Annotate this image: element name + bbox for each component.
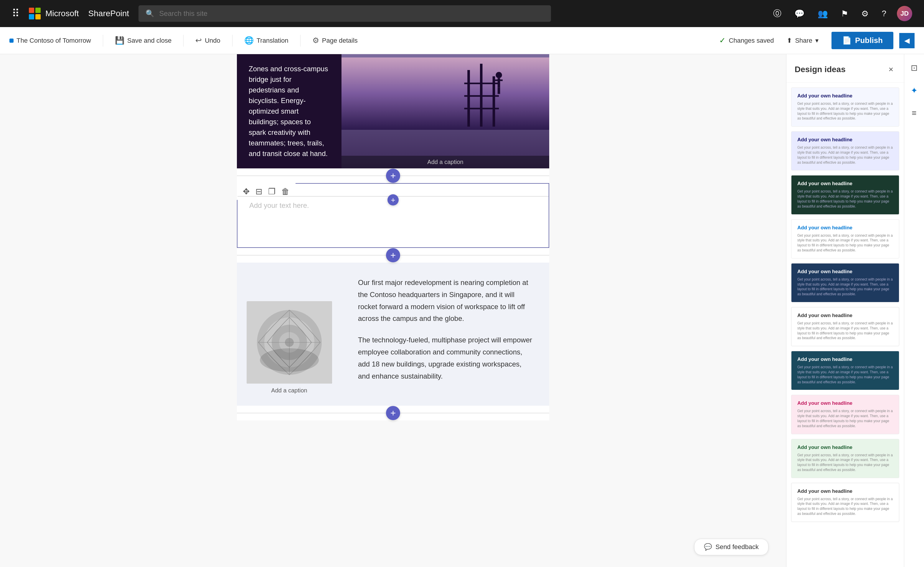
toolbar-divider-4 [300, 35, 301, 46]
avatar[interactable]: JD [897, 6, 912, 21]
collapse-button[interactable]: ◀ [899, 33, 915, 48]
top-navigation: ⠿ Microsoft SharePoint 🔍 ⓪ 💬 👥 ⚑ ⚙ ? JD [0, 0, 924, 27]
svg-point-22 [260, 348, 319, 372]
add-section-button-2[interactable]: + [386, 248, 400, 262]
svg-rect-4 [464, 83, 499, 84]
page-details-label: Page details [322, 37, 358, 45]
toolbar-right: ✓ Changes saved ⬆ Share ▾ 📄 Publish ◀ [719, 32, 915, 49]
svg-point-7 [495, 72, 502, 78]
design-idea-card-3[interactable]: Add your own headline Get your point acr… [791, 175, 899, 214]
hero-background-svg [342, 54, 549, 151]
idea-text-9: Get your point across, tell a story, or … [797, 453, 893, 472]
idea-headline-4: Add your own headline [797, 225, 893, 231]
design-panel-title: Design ideas [795, 65, 846, 74]
translation-label: Translation [257, 37, 289, 45]
bottom-image-area: Add a caption [237, 262, 342, 406]
design-idea-card-9[interactable]: Add your own headline Get your point acr… [791, 439, 899, 478]
idea-headline-6: Add your own headline [797, 313, 893, 318]
share-chevron-icon: ▾ [815, 37, 819, 45]
text-editor-section[interactable]: ✥ ⊟ ❐ 🗑 + Add your text here. [237, 183, 549, 248]
search-icon: 🔍 [146, 9, 154, 18]
search-input[interactable] [159, 9, 544, 18]
publish-button[interactable]: 📄 Publish [831, 32, 893, 49]
checkmark-icon: ✓ [719, 36, 726, 45]
design-idea-card-2[interactable]: Add your own headline Get your point acr… [791, 131, 899, 171]
design-panel-close-button[interactable]: × [886, 62, 896, 76]
idea-headline-5: Add your own headline [797, 269, 893, 274]
design-ideas-panel: Design ideas × Add your own headline Get… [786, 54, 904, 567]
right-side-icons: ⊡ ✦ ≡ [904, 54, 924, 567]
logo-sq-yellow [35, 14, 41, 20]
design-idea-card-5[interactable]: Add your own headline Get your point acr… [791, 263, 899, 302]
undo-button[interactable]: ↩ Undo [190, 32, 226, 49]
bottom-para-2: The technology-fueled, multiphase projec… [358, 334, 533, 382]
toolbar-divider-2 [183, 35, 184, 46]
feedback-icon: 💬 [704, 543, 712, 551]
design-idea-card-8[interactable]: Add your own headline Get your point acr… [791, 395, 899, 434]
question-icon[interactable]: ? [879, 6, 889, 21]
right-icon-1[interactable]: ⊡ [908, 60, 921, 76]
idea-text-8: Get your point across, tell a story, or … [797, 409, 893, 428]
undo-icon: ↩ [196, 36, 202, 45]
translation-button[interactable]: 🌐 Translation [238, 32, 294, 49]
people-icon[interactable]: 👥 [815, 6, 830, 21]
right-icon-2[interactable]: ✦ [908, 83, 921, 98]
add-section-button-3[interactable]: + [386, 406, 400, 420]
page-dot [9, 39, 14, 43]
logo-sq-red [29, 8, 34, 13]
idea-headline-2: Add your own headline [797, 137, 893, 143]
svg-rect-11 [499, 88, 500, 94]
bottom-section: Add a caption Our first major redevelopm… [237, 262, 549, 406]
design-idea-card-4[interactable]: Add your own headline Get your point acr… [791, 219, 899, 258]
page-indicator: The Contoso of Tomorrow [9, 37, 91, 45]
settings-icon[interactable]: ⚙ [859, 6, 871, 21]
idea-headline-7: Add your own headline [797, 357, 893, 362]
brand-name: Microsoft [45, 9, 79, 18]
send-feedback-button[interactable]: 💬 Send feedback [694, 539, 768, 555]
inner-add-circle[interactable]: + [387, 194, 399, 206]
save-close-button[interactable]: 💾 Save and close [109, 32, 178, 49]
spiral-image [247, 301, 332, 384]
idea-headline-3: Add your own headline [797, 181, 893, 187]
page-details-icon: ⚙ [312, 36, 319, 45]
design-idea-card-7[interactable]: Add your own headline Get your point acr… [791, 351, 899, 390]
page-details-button[interactable]: ⚙ Page details [306, 32, 364, 49]
design-idea-card-10[interactable]: Add your own headline Get your point acr… [791, 483, 899, 522]
search-bar[interactable]: 🔍 [138, 5, 551, 22]
right-icon-3[interactable]: ≡ [909, 105, 919, 121]
add-section-3: + [237, 406, 549, 420]
add-section-2: + [237, 248, 549, 262]
help-ring-icon[interactable]: ⓪ [771, 6, 784, 21]
content-area[interactable]: Zones and cross-campus bridge just for p… [0, 54, 786, 567]
hero-text: Zones and cross-campus bridge just for p… [249, 64, 330, 159]
waffle-icon[interactable]: ⠿ [12, 8, 20, 20]
flag-icon[interactable]: ⚑ [838, 6, 851, 21]
add-section-1: + [237, 168, 549, 183]
svg-rect-0 [342, 57, 549, 130]
hero-caption[interactable]: Add a caption [342, 156, 549, 168]
page-name: The Contoso of Tomorrow [17, 37, 91, 45]
hero-image-area: Add a caption [342, 54, 549, 168]
idea-text-3: Get your point across, tell a story, or … [797, 189, 893, 209]
hero-section: Zones and cross-campus bridge just for p… [237, 54, 549, 168]
idea-text-2: Get your point across, tell a story, or … [797, 145, 893, 165]
share-button[interactable]: ⬆ Share ▾ [780, 33, 826, 48]
idea-text-4: Get your point across, tell a story, or … [797, 233, 893, 253]
svg-rect-5 [464, 95, 499, 96]
undo-label: Undo [205, 37, 220, 45]
idea-text-1: Get your point across, tell a story, or … [797, 101, 893, 121]
chat-icon[interactable]: 💬 [792, 6, 807, 21]
svg-rect-10 [498, 88, 499, 94]
logo-sq-blue [29, 14, 34, 20]
add-section-button-1[interactable]: + [386, 169, 400, 183]
logo-sq-green [35, 8, 41, 13]
publish-icon: 📄 [842, 36, 852, 45]
design-panel-scroll[interactable]: Add your own headline Get your point acr… [786, 83, 904, 567]
idea-text-6: Get your point across, tell a story, or … [797, 321, 893, 340]
design-idea-card-1[interactable]: Add your own headline Get your point acr… [791, 87, 899, 127]
design-idea-card-6[interactable]: Add your own headline Get your point acr… [791, 307, 899, 346]
page-content: Zones and cross-campus bridge just for p… [237, 54, 549, 420]
share-icon: ⬆ [787, 37, 792, 45]
bottom-image-caption[interactable]: Add a caption [271, 387, 307, 394]
bottom-text-area: Our first major redevelopment is nearing… [342, 262, 549, 406]
